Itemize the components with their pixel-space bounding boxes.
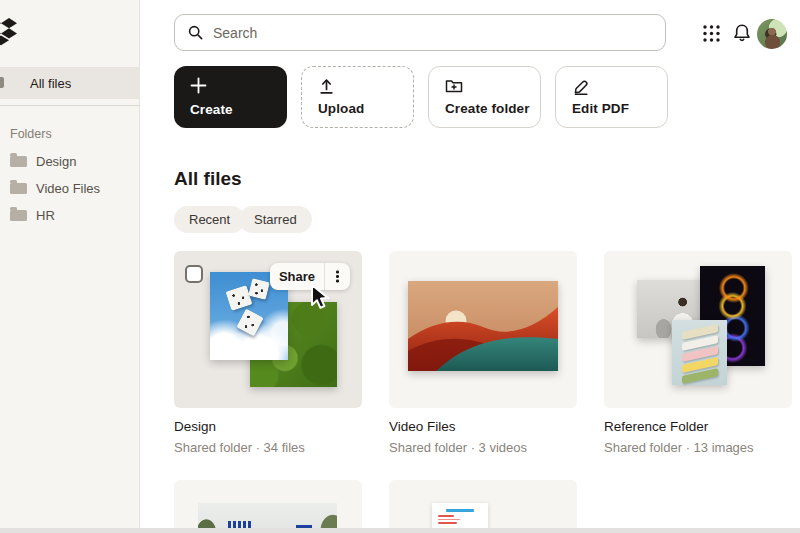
avatar[interactable]: [757, 19, 787, 49]
thumbnail-building-photo: [198, 503, 337, 528]
page-title: All files: [174, 168, 242, 190]
share-button[interactable]: Share: [270, 263, 324, 290]
card-label-design: Design Shared folder · 34 files: [174, 419, 362, 455]
folder-icon: [10, 156, 27, 167]
die-shape: [236, 309, 264, 337]
sidebar: All files Folders Design Video Files HR: [0, 0, 140, 533]
sidebar-item-design[interactable]: Design: [10, 151, 135, 171]
more-options-button[interactable]: [325, 263, 350, 290]
create-folder-button[interactable]: Create folder: [428, 66, 541, 128]
thumbnail-document-preview: [432, 503, 488, 528]
card-name[interactable]: Reference Folder: [604, 419, 792, 434]
folder-label: Design: [36, 154, 76, 169]
dropbox-app-window: All files Folders Design Video Files HR: [0, 0, 800, 533]
folder-plus-icon: [445, 78, 463, 94]
filter-chip-recent[interactable]: Recent: [174, 206, 245, 233]
folder-icon: [10, 210, 27, 221]
doc-text-line: [438, 522, 457, 524]
card-meta: Shared folder · 34 files: [174, 440, 362, 455]
upload-button[interactable]: Upload: [301, 66, 414, 128]
create-button-label: Create: [190, 102, 233, 117]
sidebar-item-hr[interactable]: HR: [10, 205, 135, 225]
search-input[interactable]: [213, 25, 633, 41]
edit-pdf-button[interactable]: Edit PDF: [555, 66, 668, 128]
folder-icon: [10, 183, 27, 194]
edit-pdf-button-label: Edit PDF: [572, 101, 629, 116]
folder-card-partial-document[interactable]: [389, 480, 577, 528]
sidebar-item-video-files[interactable]: Video Files: [10, 178, 135, 198]
card-label-video-files: Video Files Shared folder · 3 videos: [389, 419, 577, 455]
vertical-dots-icon: [336, 275, 339, 278]
upload-icon: [318, 78, 335, 95]
dropbox-logo-icon: [0, 18, 17, 47]
sidebar-item-label: All files: [30, 76, 71, 91]
thumbnail-abstract-waves-image: [408, 281, 558, 371]
search-icon: [188, 25, 203, 40]
sidebar-divider: [0, 105, 140, 106]
folder-card-video-files[interactable]: [389, 251, 577, 408]
card-name[interactable]: Video Files: [389, 419, 577, 434]
upload-button-label: Upload: [318, 101, 364, 116]
card-name[interactable]: Design: [174, 419, 362, 434]
create-button[interactable]: Create: [174, 66, 287, 128]
die-shape: [225, 285, 252, 311]
folders-heading: Folders: [10, 127, 52, 141]
doc-title-line: [446, 509, 474, 512]
folder-card-partial-photo[interactable]: [174, 480, 362, 528]
bell-icon[interactable]: [732, 23, 752, 44]
folder-icon: [0, 77, 4, 88]
card-label-reference-folder: Reference Folder Shared folder · 13 imag…: [604, 419, 792, 455]
select-checkbox[interactable]: [185, 265, 203, 283]
search-bar[interactable]: [174, 14, 666, 51]
card-meta: Shared folder · 13 images: [604, 440, 792, 455]
card-meta: Shared folder · 3 videos: [389, 440, 577, 455]
pencil-icon: [572, 78, 590, 95]
folder-card-reference-folder[interactable]: [604, 251, 792, 408]
sidebar-item-all-files[interactable]: All files: [0, 67, 140, 99]
thumbnail-pastel-stack-image: [672, 320, 727, 385]
doc-text-line: [438, 519, 460, 521]
folder-label: Video Files: [36, 181, 100, 196]
plus-icon: [190, 77, 207, 94]
hover-actions: Share: [270, 263, 350, 290]
folder-label: HR: [36, 208, 55, 223]
folder-card-design[interactable]: Share: [174, 251, 362, 408]
create-folder-button-label: Create folder: [445, 101, 530, 116]
filter-chip-starred[interactable]: Starred: [239, 206, 312, 233]
doc-text-line: [438, 515, 454, 517]
window-bottom-edge: [0, 528, 800, 533]
die-shape: [248, 278, 270, 300]
apps-grid-icon[interactable]: [702, 24, 721, 43]
